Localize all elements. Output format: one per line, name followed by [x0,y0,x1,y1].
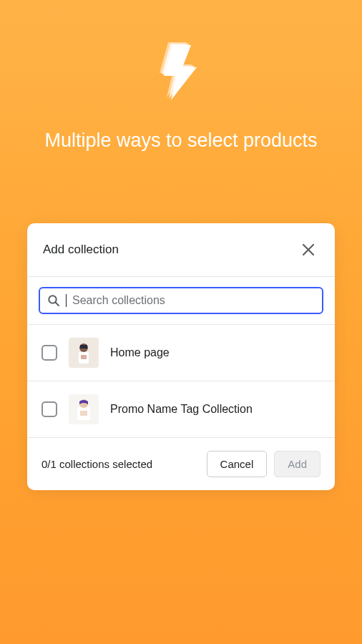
collection-label: Home page [110,346,170,359]
svg-rect-5 [80,345,87,348]
collection-thumbnail [69,394,99,424]
selected-count: 0/1 collections selected [41,458,152,470]
modal-header: Add collection [27,223,335,277]
hero-title: Multiple ways to select products [0,127,362,153]
footer-actions: Cancel Add [207,451,321,477]
search-field[interactable] [39,287,323,314]
search-section [27,277,335,325]
svg-rect-10 [80,411,87,416]
search-input[interactable] [72,294,315,307]
list-item[interactable]: Promo Name Tag Collection [27,381,335,438]
modal-title: Add collection [43,243,119,257]
cancel-button[interactable]: Cancel [207,451,268,477]
collection-thumbnail [69,338,99,368]
svg-rect-6 [81,355,87,359]
search-icon [47,294,60,307]
checkbox[interactable] [41,401,57,417]
close-button[interactable] [298,239,319,260]
checkbox[interactable] [41,345,57,361]
svg-line-1 [56,303,59,306]
close-icon [300,242,316,258]
hero-section: Multiple ways to select products [0,0,362,153]
add-collection-modal: Add collection [27,223,335,490]
collection-label: Promo Name Tag Collection [110,403,253,416]
lightning-bolt-icon [157,42,205,106]
input-caret [66,294,67,307]
modal-footer: 0/1 collections selected Cancel Add [27,438,335,490]
list-item[interactable]: Home page [27,325,335,381]
collection-list: Home page Promo Name Tag Collection [27,325,335,438]
add-button[interactable]: Add [274,451,321,477]
